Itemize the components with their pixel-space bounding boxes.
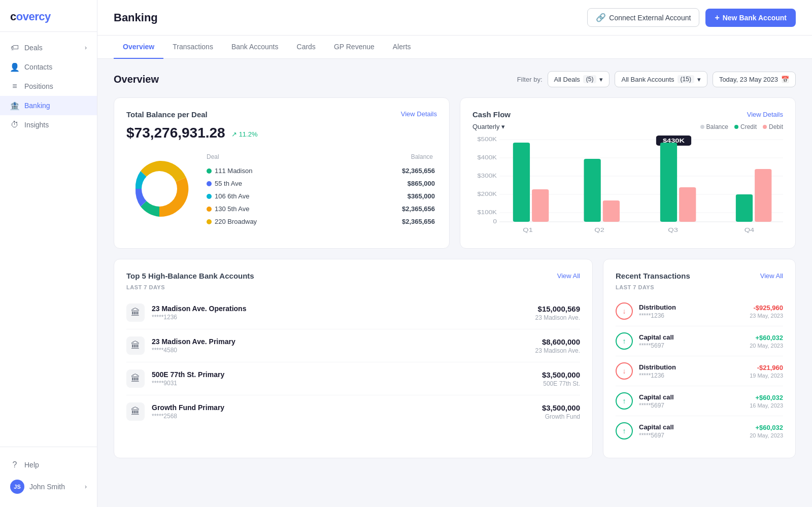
svg-rect-22 (755, 169, 771, 222)
txn-name: Capital call (639, 423, 743, 431)
account-row[interactable]: 🏛 23 Madison Ave. Operations *****1236 $… (126, 296, 580, 329)
txn-type-icon: ↑ (616, 392, 633, 410)
bank-icon: 🏛 (126, 303, 145, 322)
filter-date-button[interactable]: Today, 23 May 2023 📅 (713, 72, 796, 87)
accounts-view-all-link[interactable]: View All (557, 272, 580, 280)
new-bank-account-button[interactable]: + New Bank Account (705, 9, 796, 27)
txn-date: 19 May, 2023 (750, 373, 783, 379)
overview-title: Overview (114, 74, 159, 85)
txn-name: Capital call (639, 393, 743, 401)
tab-gp-revenue[interactable]: GP Revenue (325, 36, 384, 59)
legend-credit: Credit (734, 123, 757, 130)
txn-header: Recent Transactions View All (616, 272, 783, 280)
cf-period-button[interactable]: Quarterly ▾ (472, 123, 505, 130)
txn-view-all-link[interactable]: View All (760, 272, 783, 280)
bottom-row: Top 5 High-Balance Bank Accounts View Al… (114, 259, 796, 458)
legend-deal-balance: $2,365,656 (343, 202, 437, 215)
transaction-row[interactable]: ↑ Capital call *****5697 +$60,032 20 May… (616, 326, 783, 356)
account-number: *****4580 (152, 347, 528, 354)
sidebar-item-user[interactable]: JS John Smith › (0, 475, 97, 499)
sidebar-item-contacts[interactable]: 👤 Contacts (0, 57, 97, 77)
accounts-period-label: LAST 7 DAYS (126, 284, 580, 290)
tab-cards[interactable]: Cards (288, 36, 325, 59)
plus-icon: + (715, 13, 719, 22)
legend-deal-balance: $2,365,656 (343, 215, 437, 228)
filter-accounts-count: (15) (678, 75, 694, 83)
view-details-link[interactable]: View Details (401, 110, 437, 118)
legend-deal-name: 55 th Ave (205, 177, 343, 190)
filter-deals-button[interactable]: All Deals (5) ▾ (548, 71, 610, 87)
chevron-down-icon: ▾ (599, 76, 603, 83)
cards-row: Total Balance per Deal View Details $73,… (114, 97, 796, 249)
logo-text: c (10, 10, 16, 23)
legend-row: 130 5th Ave $2,365,656 (205, 202, 437, 215)
contacts-icon: 👤 (10, 62, 19, 72)
account-row[interactable]: 🏛 Growth Fund Primary *****2568 $3,500,0… (126, 395, 580, 428)
legend-row: 111 Madison $2,365,656 (205, 164, 437, 177)
txn-name: Capital call (639, 333, 743, 341)
account-name: 23 Madison Ave. Primary (152, 337, 528, 346)
total-balance-card: Total Balance per Deal View Details $73,… (114, 97, 450, 249)
sidebar-item-positions[interactable]: ≡ Positions (0, 77, 97, 96)
connect-external-button[interactable]: 🔗 Connect External Account (587, 8, 699, 27)
cash-flow-bar-chart: $500K $400K $300K $200K $100K 0 (472, 134, 783, 236)
cash-flow-card: Cash Flow View Details Quarterly ▾ Balan… (460, 97, 796, 249)
txn-amount: -$925,960 (750, 304, 783, 312)
chevron-right-icon: › (85, 44, 87, 51)
bank-icon: 🏛 (126, 369, 145, 388)
txn-info: Capital call *****5697 (639, 333, 743, 349)
txn-account-number: *****5697 (639, 342, 743, 349)
sidebar-item-banking[interactable]: 🏦 Banking (0, 96, 97, 115)
txn-amount: +$60,032 (750, 394, 783, 401)
svg-text:$300K: $300K (477, 173, 497, 179)
sidebar-item-label: Insights (24, 121, 49, 129)
sidebar-item-label: John Smith (29, 483, 65, 491)
sidebar-item-insights[interactable]: ⏱ Insights (0, 115, 97, 134)
main-area: Banking 🔗 Connect External Account + New… (97, 0, 812, 507)
svg-rect-19 (660, 143, 677, 222)
sidebar-item-label: Help (24, 461, 39, 469)
txn-amount: +$60,032 (750, 334, 783, 342)
chevron-down-icon: ▾ (501, 123, 505, 130)
sidebar-nav: 🏷 Deals › 👤 Contacts ≡ Positions 🏦 Banki… (0, 32, 97, 447)
balance-pct: ↗ 11.2% (231, 130, 258, 138)
legend-deal-name: 106 6th Ave (205, 190, 343, 202)
account-row[interactable]: 🏛 500E 77th St. Primary *****9031 $3,500… (126, 362, 580, 395)
tab-transactions[interactable]: Transactions (163, 36, 222, 59)
tabs-bar: Overview Transactions Bank Accounts Card… (97, 36, 812, 59)
txn-period-label: LAST 7 DAYS (616, 284, 783, 290)
chevron-right-icon: › (85, 483, 87, 490)
sidebar-item-label: Positions (24, 82, 53, 90)
donut-legend: Deal Balance 111 Madison $2,365,656 55 t… (205, 151, 437, 228)
transaction-row[interactable]: ↓ Distribution *****1236 -$925,960 23 Ma… (616, 296, 783, 326)
txn-account-number: *****5697 (639, 402, 743, 409)
txn-name: Distribution (639, 363, 743, 371)
txn-account-number: *****1236 (639, 372, 743, 379)
card-title: Total Balance per Deal (126, 110, 208, 119)
chevron-down-icon: ▾ (697, 76, 701, 83)
account-balance: $15,000,569 (535, 305, 580, 313)
sidebar-item-deals[interactable]: 🏷 Deals › (0, 38, 97, 57)
overview-header: Overview Filter by: All Deals (5) ▾ All … (114, 71, 796, 87)
tab-bank-accounts[interactable]: Bank Accounts (222, 36, 288, 59)
transaction-row[interactable]: ↑ Capital call *****5697 +$60,032 20 May… (616, 416, 783, 446)
cf-legend: Balance Credit Debit (700, 123, 783, 130)
filter-accounts-button[interactable]: All Bank Accounts (15) ▾ (615, 71, 707, 87)
account-deal: 500E 77th St. (542, 380, 580, 387)
account-row[interactable]: 🏛 23 Madison Ave. Primary *****4580 $8,6… (126, 329, 580, 362)
transaction-row[interactable]: ↑ Capital call *****5697 +$60,032 16 May… (616, 386, 783, 416)
cf-view-details-link[interactable]: View Details (747, 111, 783, 118)
tab-alerts[interactable]: Alerts (384, 36, 420, 59)
positions-icon: ≡ (10, 82, 19, 91)
tab-overview[interactable]: Overview (114, 36, 163, 59)
txn-account-number: *****1236 (639, 312, 743, 319)
sidebar-item-help[interactable]: ? Help (0, 455, 97, 475)
svg-text:$200K: $200K (477, 191, 497, 197)
account-balance: $8,600,000 (535, 337, 580, 346)
page-title: Banking (114, 11, 158, 24)
txn-date: 20 May, 2023 (750, 343, 783, 349)
txn-amounts: -$925,960 23 May, 2023 (750, 304, 783, 319)
sidebar: covercy 🏷 Deals › 👤 Contacts ≡ Positions… (0, 0, 97, 507)
account-info: 500E 77th St. Primary *****9031 (152, 370, 535, 387)
transaction-row[interactable]: ↓ Distribution *****1236 -$21,960 19 May… (616, 356, 783, 386)
